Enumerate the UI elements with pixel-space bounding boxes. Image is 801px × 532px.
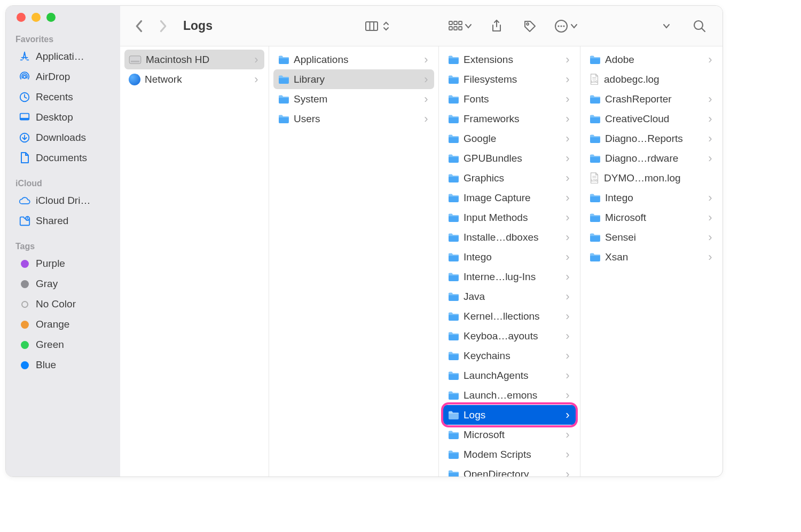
dropdown-button[interactable] xyxy=(658,18,675,35)
sidebar-item-label: Documents xyxy=(36,152,87,164)
sidebar-item-airdrop[interactable]: AirDrop xyxy=(6,67,120,87)
list-item[interactable]: Library› xyxy=(273,69,434,89)
list-item[interactable]: CreativeCloud› xyxy=(585,109,718,129)
more-button[interactable] xyxy=(554,19,578,33)
svg-rect-24 xyxy=(131,60,139,62)
sidebar-item-green[interactable]: Green xyxy=(6,335,120,355)
folder-icon xyxy=(447,114,459,124)
sidebar-item-applicati-[interactable]: Applicati… xyxy=(6,46,120,67)
list-item[interactable]: Launch…emons› xyxy=(443,385,576,405)
column-view: Macintosh HD›Network›Applications›Librar… xyxy=(120,46,723,477)
folder-icon xyxy=(278,75,289,84)
list-item-label: Users xyxy=(294,113,418,125)
list-item[interactable]: Keyboa…ayouts› xyxy=(443,326,576,346)
list-item[interactable]: Adobe› xyxy=(585,50,718,69)
svg-rect-11 xyxy=(454,21,457,25)
sidebar-item-label: Desktop xyxy=(36,112,73,123)
sidebar-item-purple[interactable]: Purple xyxy=(6,253,120,274)
list-item-label: Frameworks xyxy=(464,113,560,125)
list-item[interactable]: Filesystems› xyxy=(443,69,576,89)
list-item[interactable]: Applications› xyxy=(273,50,434,69)
close-window-button[interactable] xyxy=(17,13,26,22)
sidebar-item-label: Green xyxy=(36,339,64,351)
list-item[interactable]: CrashReporter› xyxy=(585,89,718,109)
finder-window: FavoritesApplicati…AirDropRecentsDesktop… xyxy=(5,5,723,477)
list-item[interactable]: Network› xyxy=(124,69,264,89)
sidebar-item-label: Applicati… xyxy=(36,51,84,62)
sidebar-section-title: Favorites xyxy=(6,31,120,46)
sidebar-recents-icon xyxy=(19,91,30,103)
list-item[interactable]: Modem Scripts› xyxy=(443,444,576,464)
list-item[interactable]: Graphics› xyxy=(443,168,576,188)
sidebar-item-documents[interactable]: Documents xyxy=(6,148,120,168)
list-item-label: Logs xyxy=(464,409,560,421)
list-item[interactable]: LaunchAgents› xyxy=(443,366,576,385)
list-item[interactable]: Macintosh HD› xyxy=(124,50,264,69)
chevron-right-icon: › xyxy=(564,231,571,244)
list-item[interactable]: Sensei› xyxy=(585,227,718,247)
back-button[interactable] xyxy=(130,17,149,36)
list-item[interactable]: Users› xyxy=(273,109,434,129)
sidebar-item-blue[interactable]: Blue xyxy=(6,355,120,375)
chevron-right-icon: › xyxy=(706,250,714,264)
list-item[interactable]: Intego› xyxy=(443,247,576,267)
svg-rect-7 xyxy=(366,22,378,30)
list-item[interactable]: Intego› xyxy=(585,188,718,208)
list-item[interactable]: Java› xyxy=(443,287,576,306)
sidebar-item-icloud-dri-[interactable]: iCloud Dri… xyxy=(6,190,120,211)
group-by-button[interactable] xyxy=(449,20,472,32)
sidebar-item-shared[interactable]: Shared xyxy=(6,211,120,231)
list-item[interactable]: Xsan› xyxy=(585,247,718,267)
list-item[interactable]: Google› xyxy=(443,129,576,148)
folder-icon xyxy=(589,134,601,144)
list-item[interactable]: Image Capture› xyxy=(443,188,576,208)
list-item[interactable]: OpenDirectory› xyxy=(443,464,576,477)
main-area: Logs xyxy=(120,6,723,477)
list-item[interactable]: Extensions› xyxy=(443,50,576,69)
tag-tag-icon xyxy=(19,359,30,371)
chevron-right-icon: › xyxy=(422,92,430,106)
list-item[interactable]: Keychains› xyxy=(443,346,576,366)
list-item[interactable]: Interne…lug-Ins› xyxy=(443,267,576,287)
svg-line-22 xyxy=(702,28,705,31)
list-item[interactable]: Logs› xyxy=(443,405,576,425)
sidebar-item-desktop[interactable]: Desktop xyxy=(6,107,120,128)
list-item-label: Intego xyxy=(605,192,702,204)
list-item[interactable]: LOGadobegc.log xyxy=(585,69,718,89)
chevron-right-icon: › xyxy=(253,53,260,67)
sidebar-section-title: Tags xyxy=(6,239,120,253)
maximize-window-button[interactable] xyxy=(46,13,56,22)
chevron-right-icon: › xyxy=(564,211,571,225)
list-item-label: Intego xyxy=(464,251,560,263)
list-item[interactable]: Input Methods› xyxy=(443,208,576,227)
sidebar-item-downloads[interactable]: Downloads xyxy=(6,128,120,148)
list-item[interactable]: Kernel…llections› xyxy=(443,306,576,326)
share-button[interactable] xyxy=(488,18,505,35)
chevron-right-icon: › xyxy=(564,448,571,462)
list-item[interactable]: Frameworks› xyxy=(443,109,576,129)
search-button[interactable] xyxy=(691,18,708,35)
view-mode-button[interactable] xyxy=(365,20,390,32)
list-item[interactable]: LOGDYMO…mon.log xyxy=(585,168,718,188)
sidebar-item-orange[interactable]: Orange xyxy=(6,314,120,335)
list-item-label: Extensions xyxy=(464,54,560,66)
folder-icon xyxy=(589,252,601,262)
sidebar-app-store-icon xyxy=(19,51,30,62)
chevron-right-icon: › xyxy=(564,428,571,442)
list-item[interactable]: GPUBundles› xyxy=(443,148,576,168)
list-item[interactable]: Microsoft› xyxy=(443,425,576,444)
minimize-window-button[interactable] xyxy=(32,13,41,22)
svg-rect-12 xyxy=(459,21,462,25)
sidebar-item-recents[interactable]: Recents xyxy=(6,87,120,107)
list-item[interactable]: Microsoft› xyxy=(585,208,718,227)
sidebar-item-no-color[interactable]: No Color xyxy=(6,294,120,314)
list-item[interactable]: Diagno…rdware› xyxy=(585,148,718,168)
list-item[interactable]: Diagno…Reports› xyxy=(585,129,718,148)
forward-button[interactable] xyxy=(153,17,172,36)
tags-button[interactable] xyxy=(521,18,538,35)
list-item[interactable]: Installe…dboxes› xyxy=(443,227,576,247)
list-item[interactable]: Fonts› xyxy=(443,89,576,109)
sidebar-item-gray[interactable]: Gray xyxy=(6,274,120,294)
list-item[interactable]: System› xyxy=(273,89,434,109)
chevron-right-icon: › xyxy=(422,112,430,126)
